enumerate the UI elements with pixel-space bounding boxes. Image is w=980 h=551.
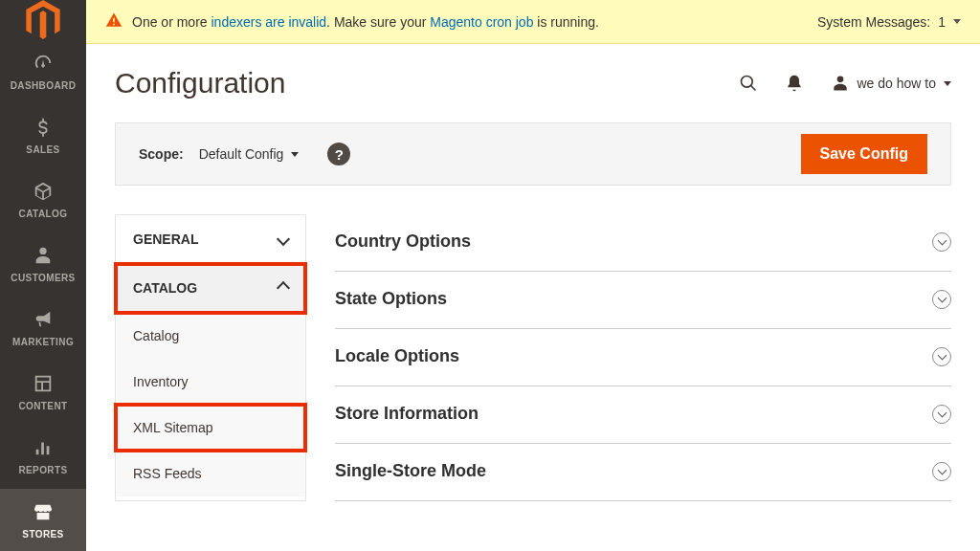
scope-label: Scope: — [139, 146, 184, 162]
nav-customers[interactable]: CUSTOMERS — [0, 232, 86, 297]
search-icon[interactable] — [739, 74, 758, 93]
user-name: we do how to — [858, 76, 937, 91]
chevron-up-icon — [278, 279, 288, 297]
config-section-catalog[interactable]: CATALOG — [116, 264, 305, 313]
pane-single-store-mode[interactable]: Single-Store Mode — [335, 444, 951, 501]
expand-icon — [932, 462, 951, 481]
header-actions: we do how to — [739, 74, 952, 93]
warning-icon — [105, 11, 122, 32]
expand-icon — [932, 405, 951, 424]
caret-down-icon — [944, 81, 951, 86]
config-item-xml-sitemap[interactable]: XML Sitemap — [116, 405, 305, 451]
sysmsg-text: One or more indexers are invalid. Make s… — [132, 14, 599, 30]
pane-locale-options[interactable]: Locale Options — [335, 329, 951, 386]
config-body: GENERAL CATALOG Catalog Inventory XML Si… — [115, 214, 951, 501]
nav-label: MARKETING — [12, 337, 74, 347]
gauge-icon — [33, 50, 54, 77]
config-item-inventory[interactable]: Inventory — [116, 359, 305, 405]
page-title: Configuration — [115, 67, 285, 99]
cron-link[interactable]: Magento cron job — [430, 14, 533, 30]
chevron-down-icon — [278, 231, 288, 248]
main-content: One or more indexers are invalid. Make s… — [86, 0, 980, 551]
magento-logo[interactable] — [0, 0, 86, 40]
nav-label: CONTENT — [18, 401, 67, 411]
notifications-icon[interactable] — [785, 74, 804, 93]
config-section-general[interactable]: GENERAL — [116, 215, 305, 264]
nav-label: DASHBOARD — [11, 80, 77, 91]
pane-state-options[interactable]: State Options — [335, 272, 951, 329]
config-nav: GENERAL CATALOG Catalog Inventory XML Si… — [115, 214, 306, 501]
config-subsection-catalog: Catalog Inventory XML Sitemap RSS Feeds — [116, 313, 305, 496]
nav-content[interactable]: CONTENT — [0, 361, 86, 425]
dollar-icon — [33, 114, 54, 141]
svg-point-0 — [741, 77, 752, 88]
pane-country-options[interactable]: Country Options — [335, 214, 951, 272]
indexers-link[interactable]: indexers are invalid — [211, 14, 326, 30]
box-icon — [33, 178, 54, 205]
system-message-bar: One or more indexers are invalid. Make s… — [86, 0, 980, 44]
expand-icon — [932, 290, 951, 309]
nav-label: REPORTS — [18, 465, 67, 475]
caret-down-icon — [291, 152, 299, 157]
page-header: Configuration we do how to — [86, 44, 980, 122]
svg-line-1 — [750, 86, 755, 91]
layout-icon — [33, 370, 54, 397]
scope-selector[interactable]: Default Config — [199, 146, 300, 162]
nav-dashboard[interactable]: DASHBOARD — [0, 40, 86, 104]
storefront-icon — [33, 498, 54, 525]
nav-stores[interactable]: STORES — [0, 489, 86, 551]
nav-label: CATALOG — [19, 209, 68, 219]
pane-store-information[interactable]: Store Information — [335, 386, 951, 444]
config-item-rss-feeds[interactable]: RSS Feeds — [116, 451, 305, 496]
caret-down-icon — [953, 19, 961, 24]
system-messages-toggle[interactable]: System Messages: 1 — [817, 14, 961, 30]
nav-catalog[interactable]: CATALOG — [0, 168, 86, 232]
nav-reports[interactable]: REPORTS — [0, 425, 86, 489]
scope-toolbar: Scope: Default Config ? Save Config — [115, 122, 951, 186]
user-menu[interactable]: we do how to — [831, 74, 952, 93]
help-icon[interactable]: ? — [327, 143, 350, 165]
config-item-catalog[interactable]: Catalog — [116, 313, 305, 359]
nav-label: STORES — [22, 529, 63, 540]
expand-icon — [932, 347, 951, 366]
nav-sales[interactable]: SALES — [0, 104, 86, 168]
nav-label: CUSTOMERS — [11, 273, 75, 283]
nav-marketing[interactable]: MARKETING — [0, 297, 86, 361]
save-config-button[interactable]: Save Config — [801, 134, 927, 174]
megaphone-icon — [33, 306, 54, 333]
admin-sidebar: DASHBOARD SALES CATALOG CUSTOMERS MARKET… — [0, 0, 86, 551]
nav-label: SALES — [26, 144, 59, 155]
expand-icon — [932, 232, 951, 252]
bars-icon — [33, 434, 54, 461]
person-icon — [33, 242, 54, 269]
config-panes: Country Options State Options Locale Opt… — [335, 214, 951, 501]
